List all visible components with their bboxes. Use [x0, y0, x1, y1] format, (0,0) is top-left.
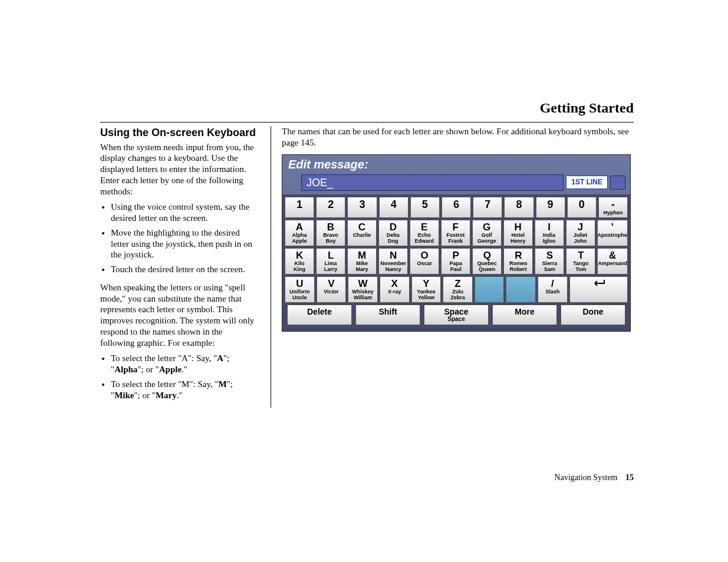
key[interactable]: DDeltaDog — [378, 220, 408, 246]
key[interactable]: 7 — [473, 197, 502, 218]
key[interactable]: IIndiaIgloo — [535, 220, 564, 246]
space-button[interactable]: SpaceSpace — [424, 305, 489, 325]
key[interactable]: AAlphaApple — [285, 220, 314, 246]
key[interactable]: GGolfGeorge — [472, 220, 502, 246]
key[interactable]: 'Apostrophe — [597, 220, 628, 246]
onscreen-keyboard: Edit message: JOE_ 1ST LINE 1234567890-H… — [282, 154, 631, 332]
examples-list: To select the letter "A": Say, "A"; "Alp… — [111, 353, 256, 401]
left-heading: Using the On-screen Keyboard — [100, 126, 256, 140]
key[interactable] — [475, 276, 505, 303]
left-column: Using the On-screen Keyboard When the sy… — [100, 126, 256, 408]
page-footer: Navigation System 15 — [555, 473, 634, 482]
key[interactable]: 4 — [379, 197, 409, 218]
key[interactable]: UUniformUncle — [285, 276, 315, 303]
key[interactable]: QQuebecQueen — [472, 248, 502, 275]
more-button[interactable]: More — [492, 305, 557, 325]
list-item: Using the voice control system, say the … — [111, 201, 256, 224]
key[interactable]: ZZuluZebra — [443, 276, 473, 303]
key[interactable]: WWhiskeyWilliam — [348, 276, 378, 303]
left-para1: When the system needs input from you, th… — [100, 142, 256, 197]
page-number: 15 — [625, 473, 634, 482]
done-button[interactable]: Done — [561, 305, 625, 325]
key[interactable]: CCharlie — [347, 220, 377, 246]
key[interactable]: YYankeeYellow — [411, 276, 442, 303]
shift-button[interactable]: Shift — [355, 305, 420, 325]
list-item: Touch the desired letter on the screen. — [111, 264, 256, 275]
key[interactable]: 3 — [347, 197, 377, 218]
divider — [100, 122, 634, 123]
key[interactable]: /Slash — [538, 276, 568, 303]
key[interactable]: 2 — [316, 197, 345, 218]
kbd-row-k: KKiloKingLLimaLarryMMikeMaryNNovemberNan… — [285, 248, 628, 275]
section-title: Getting Started — [100, 100, 634, 116]
key[interactable]: &Ampersand — [597, 248, 628, 275]
key[interactable]: XX-ray — [380, 276, 410, 303]
kbd-row-bottom: DeleteShiftSpaceSpaceMoreDone — [285, 305, 628, 329]
key[interactable]: SSierraSam — [535, 248, 564, 275]
key[interactable]: LLimaLarry — [316, 248, 345, 275]
key[interactable]: MMikeMary — [347, 248, 377, 275]
methods-list: Using the voice control system, say the … — [111, 201, 256, 275]
key[interactable]: VVictor — [317, 276, 347, 303]
list-item: Move the highlighting to the desired let… — [111, 227, 256, 260]
key[interactable]: 8 — [504, 197, 533, 218]
enter-key[interactable] — [569, 276, 628, 303]
key[interactable]: -Hyphen — [598, 197, 628, 218]
list-item: To select the letter "M": Say, "M"; "Mik… — [111, 379, 256, 401]
key[interactable]: PPapaPaul — [441, 248, 470, 275]
left-para2: When speaking the letters or using "spel… — [100, 282, 256, 349]
key[interactable]: KKiloKing — [285, 248, 314, 275]
key[interactable]: 0 — [567, 197, 597, 218]
key[interactable] — [506, 276, 536, 303]
delete-button[interactable]: Delete — [287, 305, 352, 325]
kbd-title: Edit message: — [282, 155, 630, 173]
key[interactable]: 5 — [410, 197, 440, 218]
key[interactable]: TTangoTom — [566, 248, 595, 275]
key[interactable]: JJulietJohn — [566, 220, 595, 246]
key[interactable]: HHotelHenry — [503, 220, 533, 246]
key[interactable]: OOscar — [410, 248, 439, 275]
key[interactable]: EEchoEdward — [410, 220, 439, 246]
kbd-row-u: UUniformUncleVVictorWWhiskeyWilliamXX-ra… — [285, 276, 628, 303]
list-item: To select the letter "A": Say, "A"; "Alp… — [111, 353, 256, 375]
first-line-button[interactable]: 1ST LINE — [566, 176, 608, 189]
key[interactable]: BBravoBoy — [316, 220, 345, 246]
kbd-blank — [610, 176, 625, 190]
key[interactable]: 6 — [442, 197, 471, 218]
kbd-row-numbers: 1234567890-Hyphen — [285, 197, 628, 218]
right-column: The names that can be used for each lett… — [271, 126, 634, 408]
key[interactable]: RRomeoRobert — [503, 248, 533, 275]
kbd-input[interactable]: JOE_ — [301, 174, 564, 191]
footer-label: Navigation System — [555, 473, 618, 482]
right-intro: The names that can be used for each lett… — [282, 126, 634, 148]
kbd-row-a: AAlphaAppleBBravoBoyCCharlieDDeltaDogEEc… — [285, 220, 628, 246]
key[interactable]: 1 — [285, 197, 314, 218]
key[interactable]: 9 — [536, 197, 565, 218]
key[interactable]: NNovemberNancy — [378, 248, 408, 275]
key[interactable]: FFoxtrotFrank — [441, 220, 470, 246]
